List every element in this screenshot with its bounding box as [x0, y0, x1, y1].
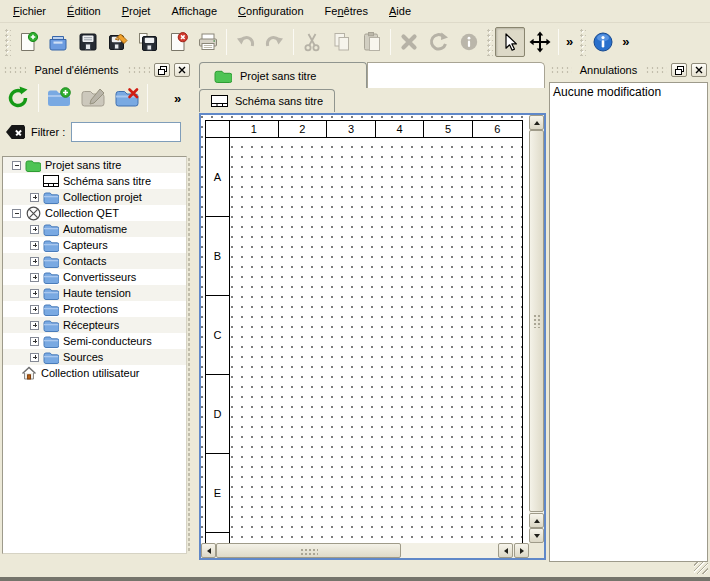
- panel-toolbar-overflow-button[interactable]: »: [170, 91, 185, 106]
- tree-item-convertisseurs[interactable]: Convertisseurs: [3, 269, 186, 285]
- undo-button[interactable]: [230, 27, 260, 57]
- tree-item-capteurs[interactable]: Capteurs: [3, 237, 186, 253]
- vertical-scrollbar-thumb[interactable]: [529, 130, 544, 512]
- paste-button[interactable]: [357, 27, 387, 57]
- menu-configuration[interactable]: Configuration: [229, 2, 312, 20]
- tree-item-automatisme[interactable]: Automatisme: [3, 221, 186, 237]
- tree-item-schema-sans-titre[interactable]: Schéma sans titre: [3, 173, 186, 189]
- copy-button[interactable]: [327, 27, 357, 57]
- save-button[interactable]: [73, 27, 103, 57]
- close-document-button[interactable]: [163, 27, 193, 57]
- scroll-left-button[interactable]: [201, 543, 216, 558]
- reload-collections-button[interactable]: [2, 82, 34, 114]
- toolbar-drag-handle[interactable]: [579, 28, 586, 56]
- tree-item-projet-sans-titre[interactable]: Projet sans titre: [3, 157, 186, 173]
- tree-item-label: Schéma sans titre: [63, 175, 151, 187]
- save-all-button[interactable]: [133, 27, 163, 57]
- toolbar-separator: [147, 84, 148, 112]
- undo-panel-titlebar[interactable]: Annulations: [547, 61, 710, 79]
- tree-item-label: Haute tension: [63, 287, 131, 299]
- vertical-scrollbar[interactable]: [529, 115, 544, 543]
- tree-item-haute-tension[interactable]: Haute tension: [3, 285, 186, 301]
- expand-expander-icon[interactable]: [30, 257, 39, 266]
- scroll-left-button[interactable]: [498, 543, 513, 558]
- redo-button[interactable]: [260, 27, 290, 57]
- expand-expander-icon[interactable]: [30, 305, 39, 314]
- tab-projet-sans-titre[interactable]: Projet sans titre: [199, 62, 367, 88]
- expand-expander-icon[interactable]: [30, 193, 39, 202]
- open-project-button[interactable]: [43, 27, 73, 57]
- scroll-down-button[interactable]: [529, 528, 544, 543]
- float-panel-button[interactable]: [671, 63, 687, 77]
- undo-list-item[interactable]: Aucune modification: [550, 83, 707, 101]
- tab-schema-sans-titre[interactable]: Schéma sans titre: [199, 89, 335, 112]
- schema-canvas[interactable]: 1 2 3 4 5 6 A B C D E: [201, 115, 529, 543]
- tree-item-collection-utilisateur[interactable]: Collection utilisateur: [3, 365, 186, 381]
- close-panel-button[interactable]: [174, 63, 190, 77]
- close-panel-button[interactable]: [691, 63, 707, 77]
- save-as-button[interactable]: [103, 27, 133, 57]
- toolbar-overflow-button[interactable]: »: [618, 34, 633, 49]
- column-header: 3: [327, 121, 376, 138]
- expand-expander-icon[interactable]: [30, 225, 39, 234]
- toolbar-drag-handle[interactable]: [486, 28, 493, 56]
- filter-input[interactable]: [71, 122, 181, 142]
- row-header: A: [206, 138, 229, 217]
- horizontal-scrollbar[interactable]: [201, 543, 529, 558]
- move-mode-button[interactable]: [525, 27, 555, 57]
- expand-expander-icon[interactable]: [30, 289, 39, 298]
- float-panel-button[interactable]: [154, 63, 170, 77]
- expand-expander-icon[interactable]: [30, 353, 39, 362]
- new-document-button[interactable]: [13, 27, 43, 57]
- dock-splitter-handle[interactable]: [187, 157, 192, 553]
- scroll-up-button[interactable]: [529, 115, 544, 130]
- expand-expander-icon[interactable]: [30, 241, 39, 250]
- horizontal-scrollbar-thumb[interactable]: [216, 543, 401, 558]
- scroll-right-button[interactable]: [514, 543, 529, 558]
- tree-item-protections[interactable]: Protections: [3, 301, 186, 317]
- menu-fenetres[interactable]: Fenêtres: [316, 2, 377, 20]
- menu-edition[interactable]: Édition: [58, 2, 110, 20]
- row-header: B: [206, 217, 229, 296]
- float-icon: [158, 66, 167, 75]
- arrow-up-icon: [534, 121, 540, 125]
- expand-expander-icon[interactable]: [30, 321, 39, 330]
- window-resize-grip[interactable]: [694, 562, 708, 574]
- select-mode-button[interactable]: [495, 27, 525, 57]
- row-header: D: [206, 375, 229, 454]
- tree-item-sources[interactable]: Sources: [3, 349, 186, 365]
- menu-fichier[interactable]: Fichier: [4, 2, 55, 20]
- diagram-info-button[interactable]: [588, 27, 618, 57]
- tree-item-collection-qet[interactable]: Collection QET: [3, 205, 186, 221]
- row-header: E: [206, 454, 229, 533]
- menu-aide[interactable]: Aide: [380, 2, 420, 20]
- edit-category-button[interactable]: [77, 82, 109, 114]
- delete-icon: [398, 31, 420, 53]
- tree-item-contacts[interactable]: Contacts: [3, 253, 186, 269]
- collapse-expander-icon[interactable]: [12, 161, 21, 170]
- menu-label: ichier: [20, 5, 46, 17]
- expand-expander-icon[interactable]: [30, 337, 39, 346]
- menu-affichage[interactable]: Affichage: [162, 2, 226, 20]
- information-button[interactable]: [454, 27, 484, 57]
- new-category-button[interactable]: [43, 82, 75, 114]
- schema-icon: [43, 174, 59, 188]
- tree-item-recepteurs[interactable]: Récepteurs: [3, 317, 186, 333]
- elements-panel-titlebar[interactable]: Panel d'éléments: [0, 61, 193, 79]
- tree-item-collection-projet[interactable]: Collection projet: [3, 189, 186, 205]
- toolbar-overflow-button[interactable]: »: [562, 34, 577, 49]
- move-arrows-icon: [529, 31, 551, 53]
- delete-category-button[interactable]: [111, 82, 143, 114]
- expand-expander-icon[interactable]: [30, 273, 39, 282]
- collapse-expander-icon[interactable]: [12, 209, 21, 218]
- toolbar-drag-handle[interactable]: [4, 28, 11, 56]
- cut-button[interactable]: [297, 27, 327, 57]
- menu-projet[interactable]: Projet: [113, 2, 160, 20]
- clear-filter-icon[interactable]: [6, 125, 25, 139]
- tree-item-semi-conducteurs[interactable]: Semi-conducteurs: [3, 333, 186, 349]
- scroll-up-button[interactable]: [529, 513, 544, 528]
- arrow-right-icon: [520, 548, 524, 554]
- rotate-button[interactable]: [424, 27, 454, 57]
- print-button[interactable]: [193, 27, 223, 57]
- delete-button[interactable]: [394, 27, 424, 57]
